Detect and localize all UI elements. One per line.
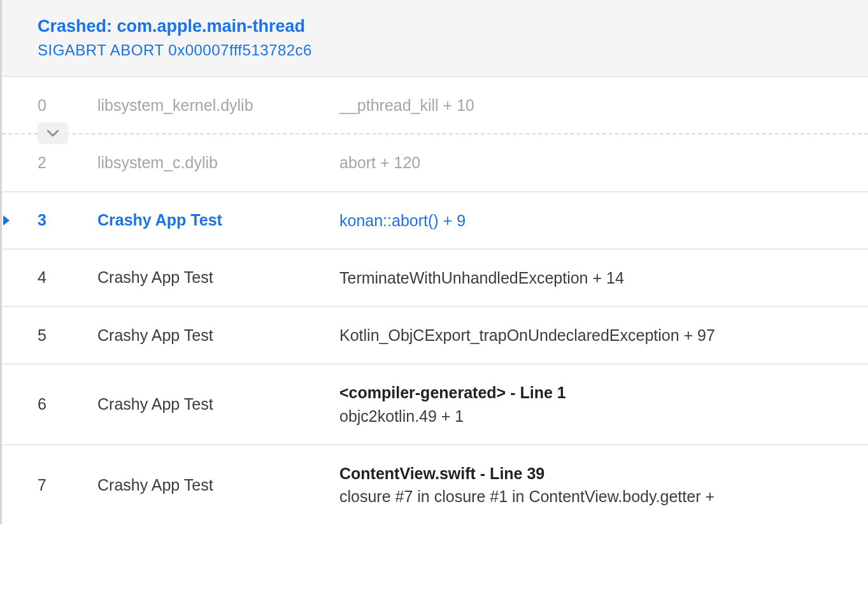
- frame-symbol-block: ContentView.swift - Line 39 closure #7 i…: [339, 462, 868, 508]
- frame-symbol: konan::abort() + 9: [339, 209, 868, 232]
- frame-symbol: objc2kotlin.49 + 1: [339, 405, 868, 428]
- stack-frame-row[interactable]: 6 Crashy App Test <compiler-generated> -…: [2, 364, 868, 445]
- frame-source-location: ContentView.swift - Line 39: [339, 462, 868, 485]
- stack-frame-row-active[interactable]: 3 Crashy App Test konan::abort() + 9: [2, 192, 868, 250]
- frame-indicator: [2, 214, 15, 227]
- stack-frame-row[interactable]: 5 Crashy App Test Kotlin_ObjCExport_trap…: [2, 307, 868, 364]
- frame-index: 7: [15, 476, 97, 494]
- frame-index: 4: [15, 268, 97, 287]
- crash-header: Crashed: com.apple.main-thread SIGABRT A…: [2, 0, 868, 77]
- frame-index: 0: [15, 96, 97, 115]
- crash-thread-title: Crashed: com.apple.main-thread: [38, 17, 832, 36]
- stack-frame-row[interactable]: 2 libsystem_c.dylib abort + 120: [2, 134, 868, 192]
- stack-frames-list: 0 libsystem_kernel.dylib __pthread_kill …: [2, 77, 868, 524]
- frame-module: libsystem_c.dylib: [97, 154, 339, 172]
- stack-frame-row[interactable]: 7 Crashy App Test ContentView.swift - Li…: [2, 445, 868, 525]
- frame-module: Crashy App Test: [97, 326, 339, 345]
- frame-module: libsystem_kernel.dylib: [97, 96, 339, 115]
- frame-source-location: <compiler-generated> - Line 1: [339, 381, 868, 404]
- frame-symbol: abort + 120: [339, 151, 868, 174]
- frame-index: 2: [15, 154, 97, 172]
- crash-signal: SIGABRT ABORT 0x00007fff513782c6: [38, 41, 832, 59]
- frame-module: Crashy App Test: [97, 395, 339, 414]
- frame-symbol: TerminateWithUnhandledException + 14: [339, 266, 868, 289]
- crash-stack-panel: Crashed: com.apple.main-thread SIGABRT A…: [0, 0, 868, 524]
- frame-symbol: __pthread_kill + 10: [339, 94, 868, 117]
- stack-frame-row[interactable]: 0 libsystem_kernel.dylib __pthread_kill …: [2, 77, 868, 133]
- stack-frame-row[interactable]: 4 Crashy App Test TerminateWithUnhandled…: [2, 250, 868, 307]
- active-frame-caret-icon: [2, 214, 11, 227]
- frame-module: Crashy App Test: [97, 476, 339, 494]
- frame-module: Crashy App Test: [97, 211, 339, 229]
- frame-symbol-block: <compiler-generated> - Line 1 objc2kotli…: [339, 381, 868, 428]
- expand-collapsed-frames-button[interactable]: [38, 122, 68, 144]
- frame-index: 3: [15, 211, 97, 229]
- frame-symbol: closure #7 in closure #1 in ContentView.…: [339, 485, 868, 508]
- frame-symbol: Kotlin_ObjCExport_trapOnUndeclaredExcept…: [339, 324, 868, 347]
- chevron-down-icon: [47, 129, 59, 137]
- frame-index: 5: [15, 326, 97, 345]
- frame-index: 6: [15, 395, 97, 414]
- frame-module: Crashy App Test: [97, 268, 339, 287]
